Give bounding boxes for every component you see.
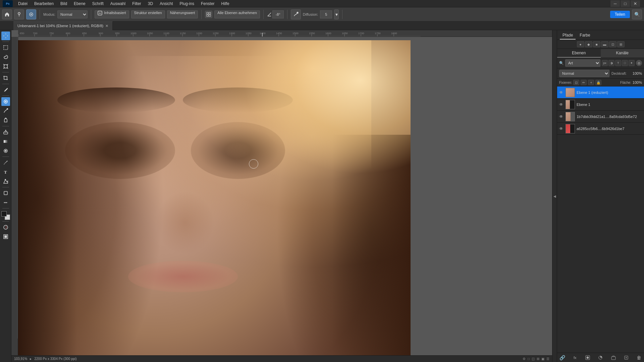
- ebenen-tab[interactable]: Ebenen: [557, 49, 601, 58]
- layer-adjustment-btn[interactable]: [597, 355, 603, 361]
- status-icon-6[interactable]: ☰: [546, 357, 549, 361]
- filter-toggle-btn[interactable]: ⊙: [636, 60, 642, 66]
- status-icon-2[interactable]: □: [528, 357, 530, 361]
- panel-collapse-button[interactable]: ◀: [552, 30, 557, 362]
- modus-dropdown[interactable]: Normal: [57, 10, 88, 18]
- layer-row-3[interactable]: 👁 1b7dbb39dd21a1....8a5fcda93d5e72: [557, 111, 644, 123]
- gradient-tool[interactable]: [1, 137, 10, 146]
- fix-position-btn[interactable]: ⊡: [573, 80, 579, 85]
- app-logo[interactable]: Ps: [3, 0, 13, 7]
- farbe-tab[interactable]: Farbe: [577, 32, 593, 40]
- home-button[interactable]: [2, 9, 12, 19]
- maximize-button[interactable]: □: [621, 0, 630, 7]
- eyedropper-tool[interactable]: [1, 85, 10, 94]
- healing-brush-tool[interactable]: [1, 97, 10, 106]
- menu-item-schrift[interactable]: Schrift: [90, 1, 106, 7]
- more-tools[interactable]: •••: [1, 198, 10, 207]
- move-tool[interactable]: [1, 32, 10, 40]
- layer-mask-btn[interactable]: [585, 355, 591, 361]
- filter-adjustment-btn[interactable]: ◑: [608, 60, 614, 66]
- filter-pixel-btn[interactable]: px: [602, 60, 608, 66]
- filter-type-dropdown[interactable]: Art: [565, 59, 600, 67]
- menu-item-fenster[interactable]: Fenster: [198, 1, 217, 7]
- layer-group-btn[interactable]: [610, 355, 616, 361]
- ai-button[interactable]: AI Inhaltsbasiert: [95, 10, 129, 18]
- menu-item-ansicht[interactable]: Ansicht: [157, 1, 175, 7]
- layer-2-visibility[interactable]: 👁: [559, 102, 564, 107]
- layer-new-btn[interactable]: [623, 355, 629, 361]
- search-button[interactable]: 🔍: [632, 9, 642, 19]
- menu-item-filter[interactable]: Filter: [129, 1, 144, 7]
- alle-ebenen-button[interactable]: Alle Ebenen aufnehmen: [214, 10, 260, 18]
- healing-brush-button[interactable]: [26, 9, 36, 19]
- fix-pixel-btn[interactable]: ✏: [581, 80, 587, 85]
- status-icon-4[interactable]: ⊞: [537, 357, 539, 361]
- screen-mode-button[interactable]: [1, 232, 10, 241]
- layer-link-btn[interactable]: 🔗: [559, 355, 565, 361]
- menu-item-plugins[interactable]: Plug-ins: [177, 1, 197, 7]
- brush-tool[interactable]: [1, 107, 10, 115]
- layer-icon-diamond[interactable]: ◆: [585, 41, 592, 47]
- menu-item-ebene[interactable]: Ebene: [71, 1, 88, 7]
- layer-icon-circle[interactable]: ●: [577, 41, 584, 47]
- naherungswert-button[interactable]: Näherungswert: [167, 10, 198, 18]
- foreground-background-colors[interactable]: [1, 211, 10, 220]
- document-tab[interactable]: Unbenannt-1 bei 104% (Ebene 1 (reduziert…: [13, 21, 113, 30]
- layer-icon-frame[interactable]: ⊡: [609, 41, 616, 47]
- clone-stamp-tool[interactable]: [1, 116, 10, 125]
- pfade-tab[interactable]: Pfade: [560, 32, 576, 40]
- menu-item-bearbeiten[interactable]: Bearbeiten: [32, 1, 56, 7]
- status-icon-5[interactable]: ▣: [541, 357, 544, 361]
- kanaele-tab[interactable]: Kanäle: [601, 49, 644, 58]
- opacity-value[interactable]: 100%: [629, 71, 642, 75]
- diffusion-dropdown-btn[interactable]: ▾: [334, 9, 339, 19]
- share-button[interactable]: Teilen: [610, 11, 630, 18]
- diffusion-input[interactable]: 5: [320, 10, 332, 18]
- layer-row-2[interactable]: 👁 Ebene 1: [557, 99, 644, 111]
- filter-smart-btn[interactable]: ✦: [629, 60, 635, 66]
- layer-4-visibility[interactable]: 👁: [559, 126, 564, 131]
- selection-tool[interactable]: [1, 43, 10, 52]
- layer-icon-rect[interactable]: ▬: [601, 41, 608, 47]
- menu-item-datei[interactable]: Datei: [15, 1, 30, 7]
- filter-text-btn[interactable]: T: [615, 60, 621, 66]
- layer-row-1[interactable]: 👁 Ebene 1 (reduziert): [557, 86, 644, 99]
- flaeche-value[interactable]: 100%: [633, 80, 642, 84]
- lasso-tool[interactable]: [1, 53, 10, 61]
- close-button[interactable]: ✕: [631, 0, 640, 7]
- path-select-tool[interactable]: [1, 177, 10, 186]
- menu-item-bild[interactable]: Bild: [58, 1, 70, 7]
- blend-mode-dropdown[interactable]: Normal: [559, 70, 609, 77]
- object-select-tool[interactable]: [1, 62, 10, 71]
- status-icon-3[interactable]: ◫: [532, 357, 535, 361]
- angle-input[interactable]: [272, 10, 284, 18]
- text-tool[interactable]: T: [1, 168, 10, 176]
- canvas-container[interactable]: [18, 37, 552, 355]
- layer-icon-table[interactable]: ⊞: [617, 41, 625, 47]
- quick-mask-tool[interactable]: [1, 223, 10, 232]
- fix-all-btn[interactable]: 🔒: [595, 80, 601, 85]
- layer-delete-btn[interactable]: 🗑: [636, 355, 642, 361]
- layer-1-visibility[interactable]: 👁: [559, 90, 564, 95]
- layer-row-4[interactable]: 👁 a6285cc5fb6....6b9426d1be7: [557, 123, 644, 135]
- layer-icon-square[interactable]: ■: [593, 41, 600, 47]
- crop-tool[interactable]: [1, 74, 10, 82]
- menu-item-3d[interactable]: 3D: [145, 1, 156, 7]
- foreground-color-swatch[interactable]: [1, 211, 7, 217]
- document-tab-close[interactable]: ✕: [105, 24, 108, 28]
- menu-item-hilfe[interactable]: Hilfe: [219, 1, 232, 7]
- pen-tool[interactable]: [1, 158, 10, 167]
- canvas-area[interactable]: 650 700 750 800 850 900 950: [11, 30, 552, 362]
- fix-artboard-btn[interactable]: +: [588, 80, 594, 85]
- menu-item-auswahl[interactable]: Auswahl: [108, 1, 128, 7]
- brush-tool-button[interactable]: [14, 9, 24, 19]
- eraser-tool[interactable]: [1, 128, 10, 136]
- filter-shape-btn[interactable]: □: [622, 60, 628, 66]
- struktur-button[interactable]: Struktur erstellen: [131, 10, 165, 18]
- layer-3-visibility[interactable]: 👁: [559, 114, 564, 119]
- layer-fx-btn[interactable]: fx: [572, 355, 578, 361]
- status-icon-1[interactable]: ⚙: [523, 357, 526, 361]
- blur-tool[interactable]: [1, 146, 10, 155]
- minimize-button[interactable]: ─: [610, 0, 620, 7]
- brush-options-button[interactable]: [291, 9, 301, 19]
